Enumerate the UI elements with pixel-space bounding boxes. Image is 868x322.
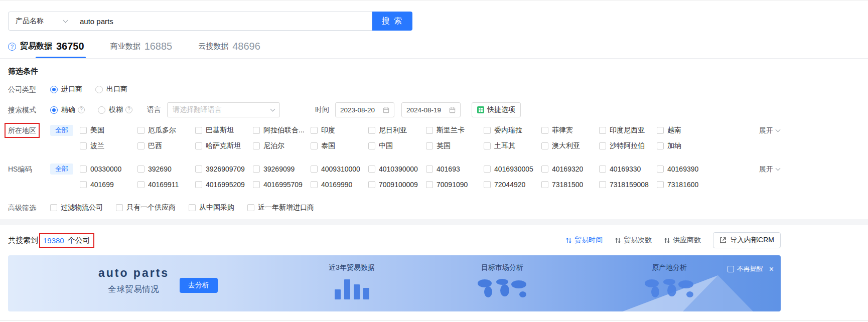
region-all-button[interactable]: 全部 — [50, 125, 73, 136]
checkbox-icon[interactable] — [484, 127, 491, 134]
checkbox-icon[interactable] — [657, 127, 664, 134]
hs-option[interactable]: 70091090 — [426, 179, 484, 190]
hs-option[interactable]: 3926909709 — [195, 164, 253, 175]
checkbox-icon[interactable] — [189, 204, 196, 211]
region-option[interactable]: 泰国 — [311, 140, 368, 151]
advanced-option[interactable]: 近一年新增进口商 — [247, 202, 314, 213]
hs-option[interactable]: 392690 — [137, 164, 195, 175]
hs-option[interactable]: 39269099 — [253, 164, 311, 175]
checkbox-icon[interactable] — [657, 142, 664, 149]
checkbox-icon[interactable] — [195, 181, 202, 188]
region-option[interactable]: 波兰 — [80, 140, 137, 151]
hs-option[interactable]: 4010390000 — [368, 164, 426, 175]
radio-icon[interactable] — [95, 86, 103, 93]
checkbox-icon[interactable] — [253, 142, 260, 149]
hs-expand-link[interactable]: 展开 — [759, 164, 781, 175]
checkbox-icon[interactable] — [484, 181, 491, 188]
radio-exact[interactable]: 精确 ? — [50, 104, 85, 115]
checkbox-icon[interactable] — [311, 166, 318, 173]
hs-option[interactable]: 73181500 — [541, 179, 599, 190]
hs-option[interactable]: 40169990 — [311, 179, 368, 190]
checkbox-icon[interactable] — [80, 181, 87, 188]
hs-option[interactable]: 401699 — [80, 179, 137, 190]
region-option[interactable]: 斯里兰卡 — [426, 125, 484, 136]
checkbox-icon[interactable] — [484, 142, 491, 149]
checkbox-icon[interactable] — [137, 181, 144, 188]
tab-trade-data[interactable]: ? 贸易数据 36750 — [8, 41, 84, 52]
hs-option[interactable]: 7009100009 — [368, 179, 426, 190]
info-icon[interactable]: ? — [125, 106, 132, 113]
checkbox-icon[interactable] — [116, 204, 123, 211]
radio-icon[interactable] — [98, 106, 105, 114]
hs-option[interactable]: 4016995709 — [253, 179, 311, 190]
checkbox-icon[interactable] — [80, 166, 87, 173]
checkbox-icon[interactable] — [80, 142, 87, 149]
hs-option[interactable]: 40169911 — [137, 179, 195, 190]
import-crm-button[interactable]: 导入内部CRM — [713, 232, 781, 248]
checkbox-icon[interactable] — [426, 181, 433, 188]
start-date-input[interactable]: 2023-08-20 — [335, 102, 394, 117]
checkbox-icon[interactable] — [253, 166, 260, 173]
region-option[interactable]: 尼泊尔 — [253, 140, 311, 151]
region-option[interactable]: 厄瓜多尔 — [137, 125, 195, 136]
region-option[interactable]: 英国 — [426, 140, 484, 151]
hs-option[interactable]: 73181600 — [657, 179, 714, 190]
hs-option[interactable]: 72044920 — [484, 179, 541, 190]
hs-option[interactable]: 40169330 — [599, 164, 657, 175]
region-option[interactable]: 阿拉伯联合... — [253, 125, 311, 136]
sort-supplier-count[interactable]: 供应商数 — [664, 236, 701, 245]
region-option[interactable]: 巴基斯坦 — [195, 125, 253, 136]
info-icon[interactable]: ? — [78, 106, 85, 113]
region-option[interactable]: 印度尼西亚 — [599, 125, 657, 136]
checkbox-icon[interactable] — [484, 166, 491, 173]
region-expand-link[interactable]: 展开 — [759, 125, 781, 136]
help-icon[interactable]: ? — [8, 43, 16, 51]
region-option[interactable]: 哈萨克斯坦 — [195, 140, 253, 151]
end-date-input[interactable]: 2024-08-19 — [401, 102, 461, 117]
search-button[interactable]: 搜 索 — [372, 12, 412, 31]
checkbox-icon[interactable] — [311, 142, 318, 149]
checkbox-icon[interactable] — [137, 127, 144, 134]
region-option[interactable]: 加纳 — [657, 140, 714, 151]
region-option[interactable]: 印度 — [311, 125, 368, 136]
checkbox-icon[interactable] — [247, 204, 254, 211]
checkbox-icon[interactable] — [657, 181, 664, 188]
checkbox-icon[interactable] — [195, 142, 202, 149]
region-option[interactable]: 澳大利亚 — [541, 140, 599, 151]
advanced-option[interactable]: 从中国采购 — [189, 202, 234, 213]
region-option[interactable]: 中国 — [368, 140, 426, 151]
hs-option[interactable]: 4016930005 — [484, 164, 541, 175]
checkbox-icon[interactable] — [599, 142, 606, 149]
hs-option[interactable]: 4009310000 — [311, 164, 368, 175]
radio-icon[interactable] — [50, 106, 58, 114]
checkbox-icon[interactable] — [426, 142, 433, 149]
checkbox-icon[interactable] — [599, 181, 606, 188]
search-category-select[interactable]: 产品名称 — [8, 12, 73, 31]
checkbox-icon[interactable] — [368, 142, 375, 149]
hs-all-button[interactable]: 全部 — [50, 164, 73, 175]
dont-remind-checkbox[interactable] — [728, 266, 734, 272]
region-option[interactable]: 尼日利亚 — [368, 125, 426, 136]
region-option[interactable]: 土耳其 — [484, 140, 541, 151]
checkbox-icon[interactable] — [311, 181, 318, 188]
checkbox-icon[interactable] — [368, 166, 375, 173]
checkbox-icon[interactable] — [599, 166, 606, 173]
hs-option[interactable]: 40169390 — [657, 164, 714, 175]
region-option[interactable]: 巴西 — [137, 140, 195, 151]
checkbox-icon[interactable] — [137, 142, 144, 149]
checkbox-icon[interactable] — [541, 127, 548, 134]
region-option[interactable]: 菲律宾 — [541, 125, 599, 136]
checkbox-icon[interactable] — [426, 166, 433, 173]
analyze-button[interactable]: 去分析 — [180, 278, 218, 293]
checkbox-icon[interactable] — [195, 127, 202, 134]
checkbox-icon[interactable] — [80, 127, 87, 134]
checkbox-icon[interactable] — [426, 127, 433, 134]
checkbox-icon[interactable] — [253, 181, 260, 188]
advanced-option[interactable]: 过滤物流公司 — [50, 202, 103, 213]
quick-options-button[interactable]: 快捷选项 — [472, 102, 521, 117]
checkbox-icon[interactable] — [368, 127, 375, 134]
sort-trade-count[interactable]: 贸易次数 — [615, 236, 652, 245]
checkbox-icon[interactable] — [137, 166, 144, 173]
hs-option[interactable]: 7318159008 — [599, 179, 657, 190]
region-option[interactable]: 越南 — [657, 125, 714, 136]
